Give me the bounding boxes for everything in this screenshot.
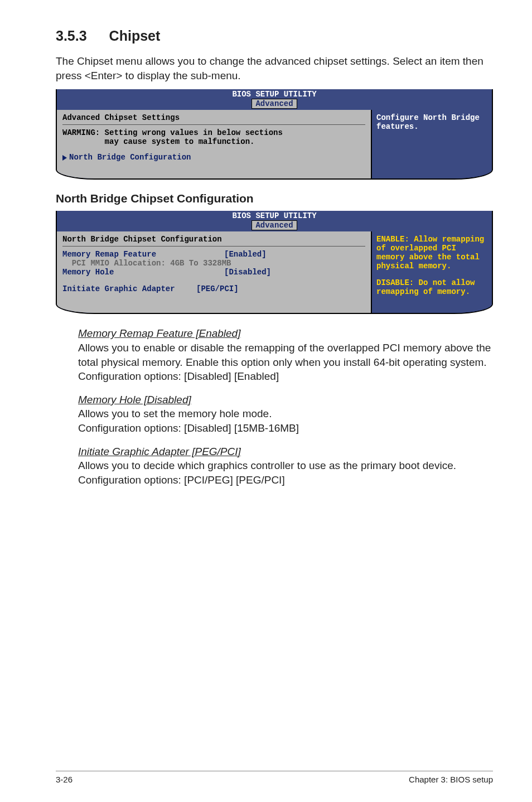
- section-number: 3.5.3: [56, 28, 87, 44]
- entry-title: Memory Remap Feature [Enabled]: [78, 326, 493, 341]
- spacer: [62, 277, 365, 284]
- section-heading: 3.5.3 Chipset: [56, 28, 493, 44]
- entry-title: Memory Hole [Disabled]: [78, 393, 493, 407]
- page-number: 3-26: [56, 775, 72, 784]
- bios-left-title: Advanced Chipset Settings: [62, 113, 365, 122]
- entry-body: Allows you to set the memory hole mode.: [78, 407, 493, 421]
- help-disable-head: DISABLE: Do not allow: [376, 278, 475, 287]
- bios-left-pane: Advanced Chipset Settings WARMING: Setti…: [57, 110, 372, 178]
- row-key: Memory Remap Feature: [62, 250, 224, 259]
- subheading: North Bridge Chipset Configuration: [56, 192, 493, 205]
- divider: [62, 246, 365, 247]
- entry-options: Configuration options: [PCI/PEG] [PEG/PC…: [78, 473, 493, 487]
- row-value: [Disabled]: [224, 268, 271, 277]
- bios-tab-advanced[interactable]: Advanced: [252, 220, 297, 230]
- bios-header: BIOS SETUP UTILITY Advanced: [57, 211, 492, 231]
- entry-title: Initiate Graphic Adapter [PEG/PCI]: [78, 445, 493, 459]
- pci-mmio-line: PCI MMIO Allocation: 4GB To 3328MB: [62, 259, 365, 268]
- entry-body: Allows you to decide which graphics cont…: [78, 458, 493, 473]
- initiate-graphic-row[interactable]: Initiate Graphic Adapter [PEG/PCI]: [62, 284, 365, 293]
- memory-remap-row[interactable]: Memory Remap Feature [Enabled]: [62, 250, 365, 259]
- bios-panel-chipset: BIOS SETUP UTILITY Advanced Advanced Chi…: [56, 89, 493, 180]
- help-disable-body: remapping of memory.: [376, 287, 470, 296]
- row-value: [PEG/PCI]: [196, 284, 239, 293]
- entry-options: Configuration options: [Disabled] [Enabl…: [78, 369, 493, 384]
- row-key: Memory Hole: [62, 268, 224, 277]
- memory-hole-row[interactable]: Memory Hole [Disabled]: [62, 268, 365, 277]
- bios-header: BIOS SETUP UTILITY Advanced: [57, 89, 492, 110]
- bios-left-pane: North Bridge Chipset Configuration Memor…: [57, 231, 372, 313]
- spacer: [376, 270, 487, 278]
- bios-header-title: BIOS SETUP UTILITY: [232, 90, 316, 99]
- bios-panel-northbridge: BIOS SETUP UTILITY Advanced North Bridge…: [56, 211, 493, 314]
- triangle-right-icon: [62, 155, 67, 161]
- entry-initiate-graphic: Initiate Graphic Adapter [PEG/PCI] Allow…: [78, 445, 493, 487]
- divider: [62, 124, 365, 125]
- chapter-label: Chapter 3: BIOS setup: [409, 775, 493, 784]
- page-footer: 3-26 Chapter 3: BIOS setup: [56, 771, 493, 784]
- bios-warning: WARMING: Setting wrong values in below s…: [62, 128, 365, 146]
- bios-left-title: North Bridge Chipset Configuration: [62, 235, 365, 244]
- row-key: Initiate Graphic Adapter: [62, 284, 196, 293]
- bios-header-title: BIOS SETUP UTILITY: [232, 211, 316, 220]
- north-bridge-config-item[interactable]: North Bridge Configuration: [62, 153, 365, 162]
- help-enable-head: ENABLE: Allow: [376, 235, 437, 244]
- bios-help-text: Configure North Bridge features.: [376, 113, 480, 131]
- bios-help-pane: ENABLE: Allow remapping of overlapped PC…: [372, 231, 492, 313]
- intro-paragraph: The Chipset menu allows you to change th…: [56, 54, 493, 83]
- bios-tab-advanced[interactable]: Advanced: [252, 99, 297, 109]
- bios-help-pane: Configure North Bridge features.: [372, 110, 492, 178]
- nav-item-label: North Bridge Configuration: [69, 153, 191, 162]
- entry-memory-remap: Memory Remap Feature [Enabled] Allows yo…: [78, 326, 493, 384]
- entry-options: Configuration options: [Disabled] [15MB-…: [78, 421, 493, 436]
- entry-memory-hole: Memory Hole [Disabled] Allows you to set…: [78, 393, 493, 436]
- entry-body: Allows you to enable or disable the rema…: [78, 341, 493, 369]
- section-title: Chipset: [109, 28, 161, 44]
- row-value: [Enabled]: [224, 250, 267, 259]
